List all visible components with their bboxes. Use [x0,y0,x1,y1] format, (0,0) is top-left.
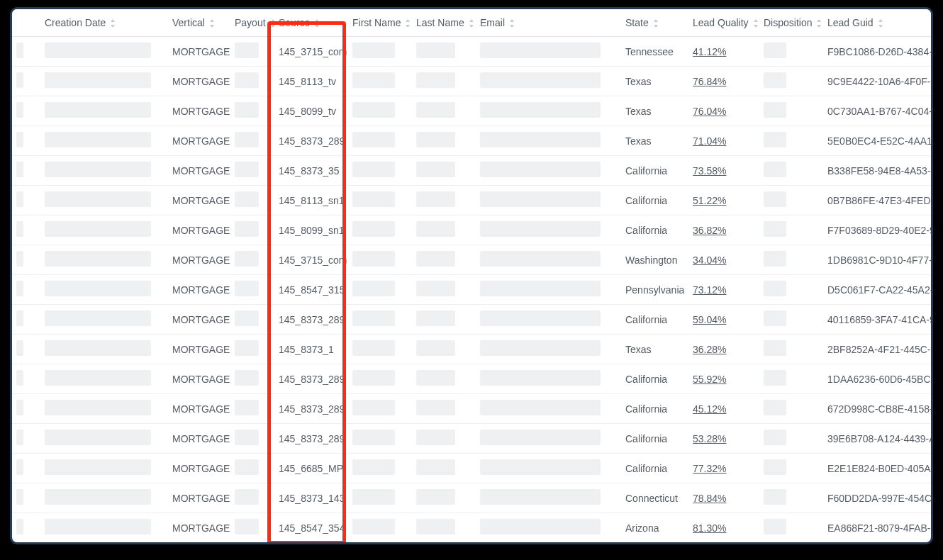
table-row[interactable]: MORTGAGE145_8099_tvTexas76.04%0C730AA1-B… [12,96,933,126]
cell-source: 145_8113_tv [274,67,348,96]
cell-email [476,245,621,275]
cell-source: 145_3715_com [274,37,348,67]
table-row[interactable]: MORTGAGE145_8373_289California59.04%4011… [12,305,933,335]
sort-icon[interactable] [753,19,759,28]
lead-quality-link[interactable]: 78.84% [693,493,726,504]
cell-source: 145_8099_sn1 [274,215,348,245]
sort-icon[interactable] [878,19,883,28]
cell-vertical: MORTGAGE [168,37,230,67]
cell-leading [12,305,40,335]
cell-source: 145_8373_289 [274,424,348,454]
table-row[interactable]: MORTGAGE145_8373_289Texas71.04%5E0B0EC4-… [12,126,933,156]
lead-quality-link[interactable]: 59.04% [693,314,726,325]
col-first-name[interactable]: First Name [348,9,412,37]
lead-quality-link[interactable]: 73.58% [693,165,726,177]
cell-lead-quality: 55.92% [688,364,759,394]
cell-state: Arizona [621,513,688,543]
lead-quality-link[interactable]: 51.22% [693,195,726,206]
col-lead-quality[interactable]: Lead Quality [688,9,759,37]
table-row[interactable]: MORTGAGE145_8547_354Arizona81.30%EA868F2… [12,513,933,543]
cell-vertical: MORTGAGE [168,96,230,126]
col-vertical[interactable]: Vertical [168,9,230,37]
col-payout[interactable]: Payout [230,9,274,37]
table-row[interactable]: MORTGAGE145_8113_sn1California51.22%0B7B… [12,186,933,215]
lead-quality-link[interactable]: 76.84% [693,76,726,87]
table-row[interactable]: MORTGAGE145_8099_sn1California36.82%F7F0… [12,215,933,245]
cell-lead-guid: 9C9E4422-10A6-4F0F-B1 [823,67,933,96]
lead-quality-link[interactable]: 36.28% [693,344,726,355]
col-email[interactable]: Email [476,9,621,37]
table-row[interactable]: MORTGAGE145_8373_35California73.58%B338F… [12,156,933,186]
sort-icon[interactable] [469,19,474,28]
table-row[interactable]: MORTGAGE145_3715_comWashington34.04%1DB6… [12,245,933,275]
cell-lead-guid: F7F03689-8D29-40E2-96 [823,215,933,245]
sort-icon[interactable] [270,19,276,28]
table-row[interactable]: MORTGAGE145_3715_comTennessee41.12%F9BC1… [12,37,933,67]
cell-state: Tennessee [621,37,688,67]
lead-quality-link[interactable]: 76.04% [693,106,726,117]
table-row[interactable]: MORTGAGE145_8373_289California45.12%672D… [12,394,933,424]
table-row[interactable]: MORTGAGE145_8547_315Pennsylvania73.12%D5… [12,275,933,305]
cell-creation-date [40,156,168,186]
lead-quality-link[interactable]: 41.12% [693,46,726,57]
cell-lead-quality: 36.82% [688,215,759,245]
cell-lead-guid: 0B7B86FE-47E3-4FED-A1 [823,186,933,215]
col-disposition[interactable]: Disposition [759,9,823,37]
cell-leading [12,186,40,215]
cell-lead-quality: 71.04% [688,126,759,156]
table-row[interactable]: MORTGAGE145_8373_143Connecticut78.84%F60… [12,483,933,513]
cell-vertical: MORTGAGE [168,126,230,156]
lead-quality-link[interactable]: 55.92% [693,374,726,385]
sort-icon[interactable] [110,19,116,28]
cell-lead-guid: EA868F21-8079-4FAB-B6 [823,513,933,543]
cell-vertical: MORTGAGE [168,245,230,275]
cell-email [476,186,621,215]
table-row[interactable]: MORTGAGE145_6685_MP-California77.32%E2E1… [12,454,933,483]
cell-leading [12,156,40,186]
col-lead-guid[interactable]: Lead Guid [823,9,933,37]
cell-source: 145_6685_MP- [274,454,348,483]
table-row[interactable]: MORTGAGE145_8373_289California55.92%1DAA… [12,364,933,394]
col-creation-date[interactable]: Creation Date [40,9,168,37]
lead-quality-link[interactable]: 45.12% [693,403,726,415]
cell-last-name [412,483,476,513]
cell-vertical: MORTGAGE [168,454,230,483]
col-source[interactable]: Source [274,9,348,37]
table-row[interactable]: MORTGAGE145_8373_289California53.28%39E6… [12,424,933,454]
cell-first-name [348,513,412,543]
cell-email [476,126,621,156]
sort-icon[interactable] [509,19,515,28]
col-last-name[interactable]: Last Name [412,9,476,37]
sort-icon[interactable] [653,19,659,28]
cell-disposition [759,275,823,305]
sort-icon[interactable] [209,19,215,28]
lead-quality-link[interactable]: 77.32% [693,463,726,474]
col-state[interactable]: State [621,9,688,37]
lead-quality-link[interactable]: 71.04% [693,135,726,147]
cell-last-name [412,424,476,454]
table-row[interactable]: MORTGAGE145_8113_tvTexas76.84%9C9E4422-1… [12,67,933,96]
cell-last-name [412,126,476,156]
lead-quality-link[interactable]: 34.04% [693,254,726,266]
cell-disposition [759,245,823,275]
lead-quality-link[interactable]: 36.82% [693,225,726,236]
cell-lead-guid: 2BF8252A-4F21-445C-96 [823,335,933,364]
table-row[interactable]: MORTGAGE145_8373_1Texas36.28%2BF8252A-4F… [12,335,933,364]
cell-last-name [412,335,476,364]
sort-icon[interactable] [314,19,320,28]
lead-quality-link[interactable]: 73.12% [693,284,726,296]
cell-creation-date [40,483,168,513]
cell-source: 145_8373_289 [274,126,348,156]
cell-first-name [348,305,412,335]
cell-first-name [348,424,412,454]
lead-quality-link[interactable]: 81.30% [693,522,726,534]
sort-icon[interactable] [816,19,822,28]
lead-quality-link[interactable]: 53.28% [693,433,726,444]
cell-disposition [759,513,823,543]
cell-payout [230,245,274,275]
cell-creation-date [40,96,168,126]
cell-first-name [348,186,412,215]
cell-state: California [621,215,688,245]
cell-state: California [621,305,688,335]
sort-icon[interactable] [405,19,411,28]
